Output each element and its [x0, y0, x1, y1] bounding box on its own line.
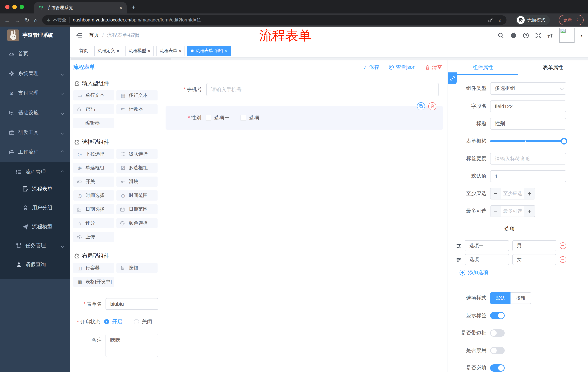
window-close-button[interactable]	[5, 5, 10, 9]
radio-on-icon[interactable]	[104, 319, 109, 324]
github-icon[interactable]	[510, 32, 516, 39]
palette-item-slider[interactable]: 滑块	[116, 177, 158, 187]
remark-textarea[interactable]: 嘿嘿	[105, 334, 158, 357]
clear-button[interactable]: 清空	[425, 64, 442, 70]
palette-item-time-picker[interactable]: ◷时间选择	[73, 190, 114, 201]
palette-item-button[interactable]: 按钮	[116, 263, 158, 273]
tab-close-icon[interactable]: ×	[119, 5, 122, 11]
field-name-input[interactable]	[490, 100, 566, 112]
tab-component-props[interactable]: 组件属性	[448, 60, 518, 74]
window-zoom-button[interactable]	[20, 5, 24, 9]
gender-option-2[interactable]: 选项二	[241, 115, 264, 121]
sidebar-item-process-form[interactable]: 流程表单	[0, 180, 70, 198]
stepper-plus-button[interactable]	[524, 206, 535, 217]
window-minimize-button[interactable]	[12, 5, 17, 9]
forward-button[interactable]: →	[15, 17, 20, 23]
sidebar-item-devtools[interactable]: 研发工具	[0, 123, 70, 142]
gender-option-1[interactable]: 选项一	[206, 115, 230, 121]
required-toggle[interactable]	[490, 364, 505, 372]
tab-form-props[interactable]: 表单属性	[518, 60, 588, 74]
link-handle[interactable]	[448, 73, 457, 84]
tag-close-icon[interactable]: ×	[179, 49, 181, 53]
bookmark-star-icon[interactable]: ☆	[498, 17, 502, 23]
palette-item-radio-group[interactable]: ◉单选框组	[73, 163, 114, 173]
delete-component-button[interactable]	[428, 102, 436, 110]
sidebar-item-process-mgmt[interactable]: 流程管理	[0, 165, 70, 180]
palette-item-multi-text[interactable]: ▤多行文本	[116, 90, 158, 100]
tag-process-form[interactable]: 流程表单×	[157, 46, 185, 56]
view-json-button[interactable]: 查看json	[389, 64, 416, 70]
max-select-value[interactable]: 最多可选	[501, 206, 524, 217]
form-name-input[interactable]	[105, 298, 158, 310]
sidebar-item-infra[interactable]: 基础设施	[0, 103, 70, 123]
palette-item-single-text[interactable]: ▭单行文本	[73, 90, 114, 100]
show-label-toggle[interactable]	[490, 312, 505, 319]
sidebar-item-payment[interactable]: ¥ 支付管理	[0, 83, 70, 103]
grid-slider[interactable]	[490, 140, 564, 142]
min-select-value[interactable]: 至少应选	[501, 188, 524, 199]
reload-button[interactable]: ↻	[25, 17, 29, 23]
sidebar-fold-icon[interactable]	[76, 32, 82, 38]
palette-item-password[interactable]: 密码	[73, 104, 114, 114]
remove-option-button[interactable]	[560, 256, 566, 263]
tag-home[interactable]: 首页	[76, 46, 91, 56]
palette-item-checkbox-group[interactable]: ☑多选框组	[116, 163, 158, 173]
caret-down-icon[interactable]: ▾	[581, 33, 583, 37]
horizontal-scrollbar-thumb[interactable]	[71, 58, 171, 60]
option-label-input[interactable]	[465, 240, 509, 251]
help-icon[interactable]	[523, 32, 529, 38]
palette-item-counter[interactable]: 123计数器	[116, 104, 158, 114]
status-radio-on[interactable]: 开启	[104, 319, 122, 325]
component-type-select[interactable]: 多选框组	[490, 82, 566, 95]
checkbox-unchecked[interactable]	[241, 115, 246, 121]
sidebar-item-task-mgmt[interactable]: 任务管理	[0, 236, 70, 255]
status-radio-off[interactable]: 关闭	[134, 319, 152, 325]
slider-handle[interactable]	[561, 138, 567, 145]
breadcrumb-home[interactable]: 首页	[89, 32, 99, 39]
palette-item-upload[interactable]: 上传	[73, 232, 114, 242]
palette-item-rate[interactable]: ☆评分	[73, 218, 114, 228]
phone-field-row[interactable]: *手机号	[166, 83, 443, 96]
option-label-input[interactable]	[465, 254, 509, 265]
security-chip[interactable]: ⚠ 不安全	[46, 17, 70, 23]
palette-item-table[interactable]: ▦表格[开发中]	[73, 277, 114, 287]
tag-process-definition[interactable]: 流程定义×	[94, 46, 122, 56]
sidebar-item-home[interactable]: 首页	[0, 44, 70, 64]
palette-item-select[interactable]: ◎下拉选择	[73, 149, 114, 159]
copy-component-button[interactable]	[417, 102, 425, 110]
phone-input[interactable]	[206, 83, 439, 96]
style-button-button[interactable]: 按钮	[511, 292, 531, 304]
address-bar[interactable]: ⚠ 不安全 dashboard.yudao.iocoder.cn/bpm/man…	[42, 15, 506, 25]
checkbox-unchecked[interactable]	[206, 115, 211, 121]
tag-close-icon[interactable]: ×	[148, 49, 150, 53]
stepper-minus-button[interactable]	[491, 206, 501, 217]
tag-process-form-edit[interactable]: 流程表单-编辑×	[188, 46, 231, 56]
label-width-input[interactable]	[490, 153, 566, 165]
palette-item-editor[interactable]: 编辑器	[73, 118, 114, 128]
key-icon[interactable]	[488, 18, 493, 22]
search-icon[interactable]	[498, 32, 504, 38]
palette-item-date-range[interactable]: 日期范围	[116, 204, 158, 214]
drag-handle-icon[interactable]	[456, 243, 461, 248]
sidebar-item-workflow[interactable]: 工作流程	[0, 142, 70, 162]
tag-close-icon[interactable]: ×	[225, 49, 227, 53]
style-default-button[interactable]: 默认	[490, 292, 511, 304]
stepper-plus-button[interactable]	[524, 188, 535, 199]
save-button[interactable]: ✓ 保存	[363, 64, 379, 70]
option-value-input[interactable]	[512, 240, 556, 251]
palette-item-color-picker[interactable]: 颜色选择	[116, 218, 158, 228]
default-value-input[interactable]	[490, 170, 566, 182]
title-input[interactable]	[490, 118, 566, 130]
sidebar-item-process-model[interactable]: 流程模型	[0, 217, 70, 236]
sidebar-item-leave-query[interactable]: 请假查询	[0, 255, 70, 274]
palette-item-date-picker[interactable]: 日期选择	[73, 204, 114, 214]
add-option-button[interactable]: 添加选项	[460, 269, 566, 276]
selected-component-gender[interactable]: *性别 选项一 选项二	[166, 106, 443, 130]
sidebar-item-system[interactable]: 系统管理	[0, 64, 70, 83]
remove-option-button[interactable]	[560, 242, 566, 249]
sidebar-item-user-group[interactable]: 用户分组	[0, 198, 70, 217]
border-toggle[interactable]	[490, 329, 505, 337]
radio-off-icon[interactable]	[134, 319, 139, 324]
avatar[interactable]	[559, 28, 575, 43]
tag-close-icon[interactable]: ×	[117, 49, 119, 53]
